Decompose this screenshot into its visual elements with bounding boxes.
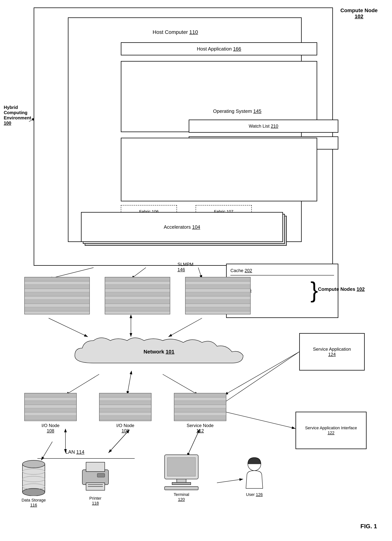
svg-point-25	[22, 460, 45, 468]
terminal-svg	[161, 453, 202, 490]
server-rack-1	[24, 277, 90, 314]
service-application-box: Service Application 124	[299, 333, 365, 370]
compute-node-label-text: Compute Node	[340, 7, 378, 13]
slmpm-box: SLMPM 146 Cache 202 Range 204 Handle 206…	[121, 138, 317, 201]
host-app-num: 166	[233, 46, 241, 52]
host-computer-num: 110	[189, 29, 198, 35]
cache-text: Cache	[230, 268, 243, 273]
host-app-text: Host Application	[197, 46, 232, 52]
service-node-text: Service Node	[187, 423, 214, 428]
svg-rect-40	[165, 487, 198, 490]
svg-line-21	[217, 479, 243, 483]
diagram-container: Hybrid Computing Environment 100 Compute…	[0, 0, 392, 541]
lan-text: LAN	[66, 449, 75, 455]
network-num: 101	[166, 349, 175, 355]
server-rack-2	[105, 277, 170, 314]
user-svg	[243, 457, 266, 490]
service-node-num: 112	[196, 428, 204, 433]
printer-text: Printer	[89, 496, 102, 501]
compute-node-num: 102	[355, 13, 363, 19]
accelerators-text: Accelerators	[164, 224, 191, 230]
os-num: 145	[253, 108, 261, 114]
host-computer-box: Host Computer 110 Host Application 166 O…	[68, 17, 302, 242]
data-storage-svg	[19, 458, 49, 496]
data-storage-num: 116	[30, 503, 37, 507]
accelerator-front: Accelerators 104	[81, 212, 283, 242]
lan-label: LAN 114	[66, 449, 84, 455]
service-app-interface-num: 122	[328, 430, 335, 435]
compute-nodes-label: Compute Nodes 102	[318, 286, 365, 292]
terminal-text: Terminal	[174, 492, 189, 497]
io-node-2-num: 108	[122, 428, 129, 433]
svg-line-15	[108, 432, 127, 453]
svg-line-9	[127, 374, 131, 395]
svg-line-8	[66, 374, 99, 395]
io-node-2-rack	[99, 393, 151, 421]
service-app-text: Service Application	[313, 347, 351, 352]
user-text: User	[246, 492, 255, 497]
accelerators-stack: Accelerators 104	[81, 212, 287, 250]
svg-rect-31	[86, 462, 105, 472]
slmpm-text: SLMPM	[177, 262, 193, 267]
compute-node-box: Host Computer 110 Host Application 166 O…	[34, 7, 333, 266]
lan-num: 114	[76, 449, 84, 455]
network-text: Network	[144, 349, 164, 355]
svg-point-26	[22, 489, 45, 496]
io-node-2-item: I/O Node 108	[99, 393, 151, 433]
service-app-interface-box: Service Application Interface 122	[295, 412, 366, 449]
hybrid-env-text: Hybrid Computing Environment	[4, 105, 31, 120]
fig-title-text: FIG. 1	[360, 523, 377, 530]
io-service-row: I/O Node 108 I/O Node 108 Service Node 1…	[24, 393, 305, 433]
accelerators-num: 104	[192, 224, 200, 230]
data-storage-text: Data Storage	[21, 498, 46, 502]
fig-label: FIG. 1	[360, 523, 377, 530]
printer-num: 118	[92, 501, 99, 505]
io-node-1-rack	[24, 393, 77, 421]
host-application-box: Host Application 166	[121, 42, 317, 55]
compute-nodes-num: 102	[357, 286, 365, 292]
printer-svg	[78, 457, 112, 494]
svg-rect-35	[97, 473, 105, 477]
host-computer-label: Host Computer 110	[153, 29, 198, 35]
svg-line-19	[41, 442, 52, 460]
service-app-interface-text: Service Application Interface	[305, 426, 357, 430]
terminal-area: Terminal 120	[161, 453, 202, 502]
cache-num: 202	[245, 268, 252, 273]
slmpm-num: 146	[177, 267, 185, 272]
hybrid-env-label: Hybrid Computing Environment 100	[4, 105, 34, 126]
io-node-2-text: I/O Node	[116, 423, 134, 428]
svg-line-16	[108, 432, 127, 453]
printer-area: Printer 118	[78, 457, 112, 506]
os-text: Operating System	[213, 108, 252, 114]
svg-rect-24	[22, 464, 45, 492]
io-node-1-item: I/O Node 108	[24, 393, 77, 433]
compute-nodes-brace: }	[310, 277, 318, 303]
io-node-1-text: I/O Node	[41, 423, 59, 428]
svg-line-10	[163, 374, 198, 395]
os-box: Operating System 145 Watch List 210 Rang…	[121, 61, 317, 132]
user-num: 126	[256, 492, 263, 497]
compute-nodes-row	[24, 277, 305, 314]
watchlist-num: 210	[271, 124, 278, 129]
hybrid-env-num: 100	[4, 120, 11, 125]
terminal-num: 120	[178, 497, 185, 502]
host-computer-text: Host Computer	[153, 29, 188, 35]
compute-nodes-text: Compute Nodes	[318, 286, 355, 292]
service-app-num: 124	[328, 352, 336, 357]
user-area: User 126	[243, 457, 266, 497]
service-node-item: Service Node 112	[174, 393, 226, 433]
service-node-rack	[174, 393, 226, 421]
svg-rect-37	[167, 458, 196, 476]
watchlist-text: Watch List	[249, 124, 269, 129]
server-rack-3	[185, 277, 251, 314]
network-area: Network 101	[56, 333, 262, 370]
compute-node-outer-label: Compute Node 102	[340, 7, 378, 20]
data-storage-area: Data Storage 116	[19, 458, 49, 508]
io-node-1-num: 108	[47, 428, 54, 433]
svg-rect-39	[172, 482, 191, 485]
watchlist-box: Watch List 210	[189, 120, 338, 133]
